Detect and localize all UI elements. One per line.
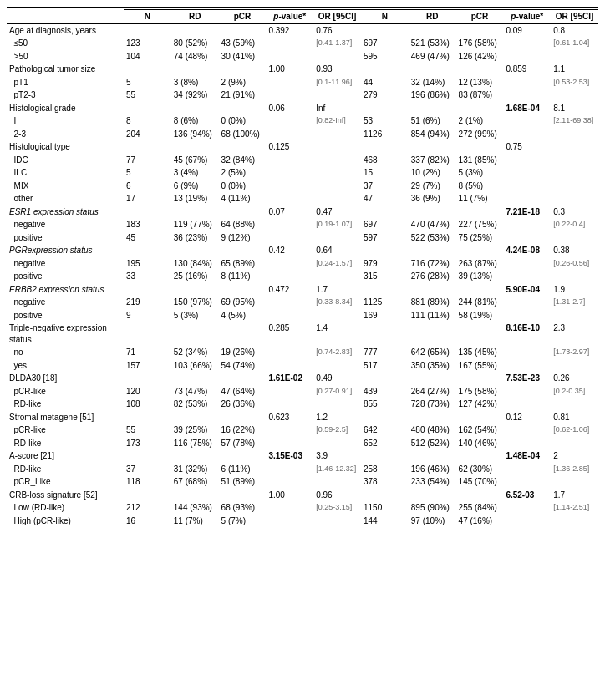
all-or: 1.9 [551, 283, 598, 297]
cl-rd-val: 3 (4%) [171, 166, 219, 180]
cl-or-val: [0.33-8.34] [313, 296, 361, 309]
all-n-val: 855 [361, 398, 409, 411]
cl-pval-val [266, 218, 313, 231]
all-n-val: 979 [361, 257, 409, 271]
all-pval-val [503, 270, 551, 283]
cl-or-val [313, 437, 361, 450]
row-label: positive [7, 270, 124, 283]
all-rd-val: 521 (53%) [409, 37, 456, 50]
all-pcr-val: 227 (75%) [456, 218, 504, 231]
cl-pval-val [266, 437, 313, 450]
cl-pcr-val: 47 (64%) [219, 385, 267, 398]
section-label: ERBB2 expression status [7, 283, 124, 297]
section-label: Pathological tumor size [7, 63, 124, 76]
cl-rd-val: 67 (68%) [171, 475, 219, 489]
all-rd-val: 276 (28%) [409, 270, 456, 283]
all-or: 1.1 [551, 63, 598, 76]
cl-or-val [313, 309, 361, 322]
all-n-val: 1125 [361, 296, 409, 309]
section-label: Stromal metagene [51] [7, 411, 124, 424]
cl-pval-val [266, 231, 313, 245]
row-label: negative [7, 257, 124, 271]
row-label: pT2-3 [7, 89, 124, 102]
cl-pval: 3.15E-03 [266, 449, 313, 463]
row-label: High (pCR-like) [7, 515, 124, 528]
cl-pcr-val: 4 (11%) [219, 192, 267, 205]
all-n-val: 697 [361, 218, 409, 231]
all-or-val [551, 231, 598, 245]
all-or-val [551, 359, 598, 373]
all-pval-val [503, 76, 551, 89]
cl-or-val [313, 192, 361, 205]
row-label: pCR_Like [7, 475, 124, 489]
section-label: ESR1 expression status [7, 205, 124, 219]
cl-pval-val [266, 515, 313, 528]
all-pval-val [503, 424, 551, 437]
all-rd-val: 337 (82%) [409, 154, 456, 167]
cl-or-val [313, 475, 361, 489]
all-or-val [551, 475, 598, 489]
cl-rd-val: 45 (67%) [171, 154, 219, 167]
cl-n-val: 17 [124, 192, 171, 205]
data-row: MIX66 (9%)0 (0%)3729 (7%)8 (5%) [7, 180, 598, 193]
data-row: pCR-like12073 (47%)47 (64%)[0.27-0.91]43… [7, 385, 598, 398]
all-rd-val: 111 (11%) [409, 309, 456, 322]
cl-or: 0.76 [313, 23, 361, 37]
all-or: 0.3 [551, 205, 598, 219]
cl-pval: 0.06 [266, 102, 313, 115]
row-label: I [7, 114, 124, 128]
section-header-row: Stromal metagene [51]0.6231.20.120.81 [7, 411, 598, 424]
all-pcr-val: 62 (30%) [456, 463, 504, 476]
section-label: DLDA30 [18] [7, 372, 124, 385]
cl-or-val [313, 359, 361, 373]
all-rd-val: 29 (7%) [409, 180, 456, 193]
cl-or: 0.64 [313, 244, 361, 257]
all-n-val: 1126 [361, 128, 409, 141]
cl-rd-val: 34 (92%) [171, 89, 219, 102]
cl-pval-val [266, 89, 313, 102]
cl-n-val: 45 [124, 231, 171, 245]
all-rd-val: 854 (94%) [409, 128, 456, 141]
data-row: positive3325 (16%)8 (11%)315276 (28%)39 … [7, 270, 598, 283]
cl-pval: 0.42 [266, 244, 313, 257]
all-or-val: [0.22-0.4] [551, 218, 598, 231]
cl-pval: 1.61E-02 [266, 372, 313, 385]
all-pcr-val: 135 (45%) [456, 346, 504, 359]
all-n-val: 44 [361, 76, 409, 89]
cl-or-val [313, 166, 361, 180]
main-table: N RD pCR p-value* OR [95CI] N RD pCR p-v… [7, 7, 598, 527]
cl-pval: 1.00 [266, 63, 313, 76]
cl-n-val: 219 [124, 296, 171, 309]
cl-pval-val [266, 154, 313, 167]
all-or-val [551, 89, 598, 102]
cl-rd-val: 39 (25%) [171, 424, 219, 437]
all-or: 0.81 [551, 411, 598, 424]
section-header-row: ERBB2 expression status0.4721.75.90E-041… [7, 283, 598, 297]
all-n-val: 37 [361, 180, 409, 193]
all-pval-val [503, 463, 551, 476]
all-pval-val [503, 309, 551, 322]
row-label: MIX [7, 180, 124, 193]
cl-n-val: 33 [124, 270, 171, 283]
cl-rd-val: 8 (6%) [171, 114, 219, 128]
all-or-val: [1.31-2.7] [551, 296, 598, 309]
all-pval-val [503, 50, 551, 63]
data-row: High (pCR-like)1611 (7%)5 (7%)14497 (10%… [7, 515, 598, 528]
all-pval-header: p-value* [503, 10, 551, 24]
all-pval-val [503, 515, 551, 528]
cl-pcr-val: 51 (89%) [219, 475, 267, 489]
all-or-val: [1.73-2.97] [551, 346, 598, 359]
cl-or-val [313, 128, 361, 141]
row-label: ≤50 [7, 37, 124, 50]
data-row: pCR-like5539 (25%)16 (22%)[0.59-2.5]6424… [7, 424, 598, 437]
section-label: Triple-negative expression status [7, 322, 124, 346]
cl-n-val: 120 [124, 385, 171, 398]
all-or: 1.7 [551, 489, 598, 502]
all-or: 0.26 [551, 372, 598, 385]
all-pcr-val: 47 (16%) [456, 515, 504, 528]
all-pcr-val: 255 (84%) [456, 501, 504, 515]
cl-or [313, 140, 361, 154]
all-or: 0.8 [551, 23, 598, 37]
all-rd-val: 881 (89%) [409, 296, 456, 309]
all-n-val: 315 [361, 270, 409, 283]
